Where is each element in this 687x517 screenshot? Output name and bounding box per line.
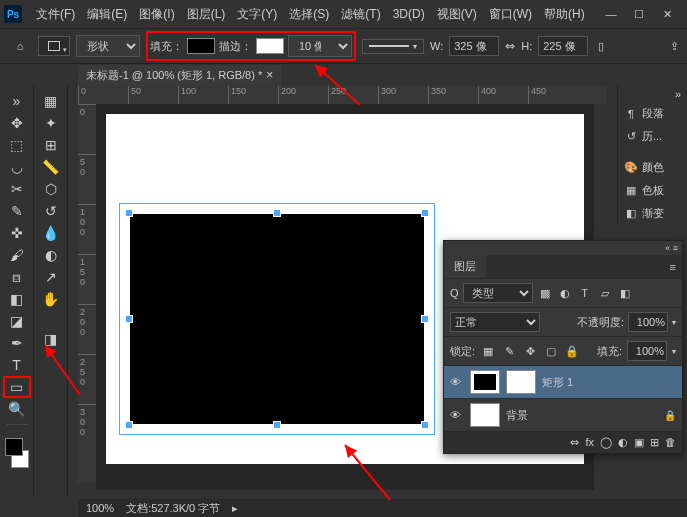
shape-mode-select[interactable]: 形状	[76, 35, 140, 57]
patch-tool[interactable]: ⬡	[37, 178, 65, 200]
handle-mr[interactable]	[421, 315, 429, 323]
lasso-tool[interactable]: ◡	[3, 156, 31, 178]
panel-menu-icon[interactable]: « ≡	[444, 241, 682, 255]
link-icon[interactable]: ⇔	[505, 39, 515, 53]
menu-window[interactable]: 窗口(W)	[483, 2, 538, 27]
visibility-icon[interactable]: 👁	[450, 409, 464, 421]
close-button[interactable]: ✕	[659, 6, 675, 22]
panel-paragraph[interactable]: ¶段落	[618, 102, 687, 125]
adjustment-icon[interactable]: ◐	[618, 436, 628, 449]
blur-tool[interactable]: 💧	[37, 222, 65, 244]
collapse-icon[interactable]: »	[618, 86, 687, 102]
filter-adjust-icon[interactable]: ◐	[557, 285, 573, 301]
mask-icon[interactable]: ◯	[600, 436, 612, 449]
layer-thumbnail[interactable]	[470, 370, 500, 394]
home-icon[interactable]: ⌂	[8, 34, 32, 58]
stroke-style[interactable]: ▾	[362, 39, 424, 54]
menu-3d[interactable]: 3D(D)	[387, 3, 431, 25]
panel-color[interactable]: 🎨颜色	[618, 156, 687, 179]
crop-tool[interactable]: ✂	[3, 178, 31, 200]
frame-tool[interactable]: ⊞	[37, 134, 65, 156]
panel-options-icon[interactable]: ≡	[664, 261, 682, 273]
pen-tool[interactable]: ✒	[3, 332, 31, 354]
layer-mask-thumbnail[interactable]	[506, 370, 536, 394]
layer-row[interactable]: 👁 矩形 1	[444, 365, 682, 398]
rectangle-tool[interactable]: ▭	[3, 376, 31, 398]
filter-smart-icon[interactable]: ◧	[617, 285, 633, 301]
tool-preset[interactable]	[38, 36, 70, 56]
doc-info[interactable]: 文档:527.3K/0 字节	[126, 501, 220, 516]
hand-tool[interactable]: ✋	[37, 288, 65, 310]
healing-tool[interactable]: ✜	[3, 222, 31, 244]
width-input[interactable]	[449, 36, 499, 56]
screen-mode[interactable]: ◨	[37, 328, 65, 350]
menu-view[interactable]: 视图(V)	[431, 2, 483, 27]
dodge-tool[interactable]: ◐	[37, 244, 65, 266]
fx-icon[interactable]: fx	[585, 436, 594, 449]
artboard-tool[interactable]: ▦	[37, 90, 65, 112]
handle-tm[interactable]	[273, 209, 281, 217]
layer-thumbnail[interactable]	[470, 403, 500, 427]
layer-filter-kind[interactable]: 类型	[463, 283, 533, 303]
path-tool[interactable]: ↗	[37, 266, 65, 288]
panel-gradient[interactable]: ◧渐变	[618, 202, 687, 225]
shape-rectangle[interactable]	[120, 204, 434, 434]
wand-tool[interactable]: ✦	[37, 112, 65, 134]
filter-pixel-icon[interactable]: ▩	[537, 285, 553, 301]
fill-swatch[interactable]	[187, 38, 215, 54]
eyedropper-tool[interactable]: ✎	[3, 200, 31, 222]
zoom-tool[interactable]: 🔍	[3, 398, 31, 420]
handle-tr[interactable]	[421, 209, 429, 217]
filter-shape-icon[interactable]: ▱	[597, 285, 613, 301]
type-tool[interactable]: T	[3, 354, 31, 376]
move-tool[interactable]: ✥	[3, 112, 31, 134]
layer-row[interactable]: 👁 背景 🔒	[444, 398, 682, 431]
handle-br[interactable]	[421, 421, 429, 429]
share-icon[interactable]: ⇪	[670, 40, 679, 53]
ruler-tool[interactable]: 📏	[37, 156, 65, 178]
link-layers-icon[interactable]: ⇔	[570, 436, 579, 449]
group-icon[interactable]: ▣	[634, 436, 644, 449]
menu-file[interactable]: 文件(F)	[30, 2, 81, 27]
maximize-button[interactable]: ☐	[631, 6, 647, 22]
delete-icon[interactable]: 🗑	[665, 436, 676, 449]
expand-icon[interactable]: »	[3, 90, 31, 112]
new-layer-icon[interactable]: ⊞	[650, 436, 659, 449]
handle-tl[interactable]	[125, 209, 133, 217]
fill-opacity-input[interactable]	[627, 341, 667, 361]
menu-select[interactable]: 选择(S)	[283, 2, 335, 27]
menu-help[interactable]: 帮助(H)	[538, 2, 591, 27]
eraser-tool[interactable]: ◧	[3, 288, 31, 310]
foreground-swatch[interactable]	[5, 438, 23, 456]
history-brush-tool[interactable]: ↺	[37, 200, 65, 222]
panel-swatches[interactable]: ▦色板	[618, 179, 687, 202]
gradient-tool[interactable]: ◪	[3, 310, 31, 332]
stamp-tool[interactable]: ⧈	[3, 266, 31, 288]
zoom-level[interactable]: 100%	[86, 502, 114, 514]
menu-type[interactable]: 文字(Y)	[231, 2, 283, 27]
layers-tab[interactable]: 图层	[444, 255, 486, 278]
lock-all-icon[interactable]: 🔒	[564, 343, 580, 359]
height-input[interactable]	[538, 36, 588, 56]
foreground-background[interactable]	[3, 438, 31, 468]
opacity-input[interactable]	[628, 312, 668, 332]
menu-edit[interactable]: 编辑(E)	[81, 2, 133, 27]
stroke-width[interactable]: 10 像素	[288, 35, 352, 57]
panel-history[interactable]: ↺历...	[618, 125, 687, 148]
lock-pixels-icon[interactable]: ▦	[480, 343, 496, 359]
handle-bl[interactable]	[125, 421, 133, 429]
tab-close[interactable]: ×	[266, 68, 273, 82]
align-icon[interactable]: ▯	[598, 40, 604, 53]
layer-name[interactable]: 矩形 1	[542, 375, 573, 390]
visibility-icon[interactable]: 👁	[450, 376, 464, 388]
menu-filter[interactable]: 滤镜(T)	[335, 2, 386, 27]
handle-ml[interactable]	[125, 315, 133, 323]
layer-name[interactable]: 背景	[506, 408, 528, 423]
filter-type-icon[interactable]: T	[577, 285, 593, 301]
lock-paint-icon[interactable]: ✎	[501, 343, 517, 359]
lock-artboard-icon[interactable]: ▢	[543, 343, 559, 359]
marquee-tool[interactable]: ⬚	[3, 134, 31, 156]
menu-image[interactable]: 图像(I)	[133, 2, 180, 27]
brush-tool[interactable]: 🖌	[3, 244, 31, 266]
stroke-swatch[interactable]	[256, 38, 284, 54]
